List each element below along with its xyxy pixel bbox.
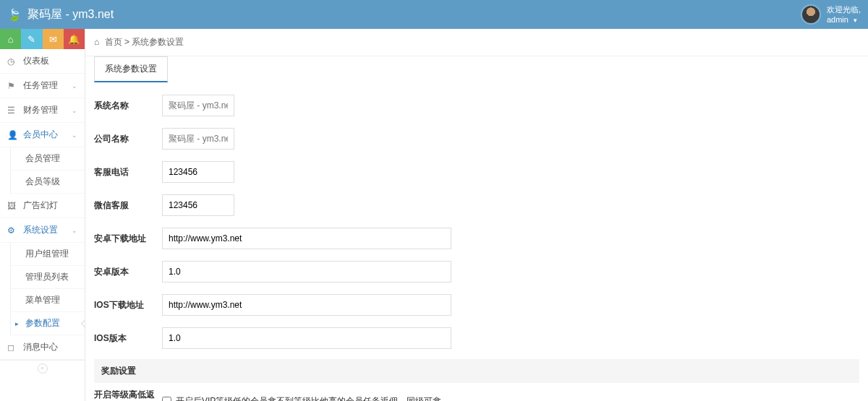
label-ios-version: IOS版本 bbox=[94, 332, 162, 345]
tabs: 系统参数设置 bbox=[85, 56, 868, 82]
input-sys-name[interactable] bbox=[162, 95, 234, 116]
input-service-phone[interactable] bbox=[162, 161, 234, 183]
sidebar-item-system[interactable]: ⚙ 系统设置 ⌄ bbox=[0, 218, 85, 243]
row-service-phone: 客服电话 bbox=[94, 155, 859, 189]
row-ios-url: IOS下载地址 bbox=[94, 288, 859, 322]
sidebar-sub-system: 用户组管理 管理员列表 菜单管理 参数配置 bbox=[0, 243, 85, 335]
breadcrumb-separator: > bbox=[124, 37, 132, 47]
label-sys-name: 系统名称 bbox=[94, 100, 162, 112]
input-ios-url[interactable] bbox=[162, 294, 451, 316]
breadcrumb-current: 系统参数设置 bbox=[132, 37, 184, 47]
sidebar-item-ads[interactable]: 🖼 广告幻灯 bbox=[0, 194, 85, 218]
app-title: 聚码屋 - ym3.net bbox=[27, 7, 114, 22]
sidebar-item-dashboard[interactable]: ◷ 仪表板 bbox=[0, 49, 85, 74]
label-wechat-service: 微信客服 bbox=[94, 199, 162, 212]
row-ios-version: IOS版本 bbox=[94, 322, 859, 355]
flag-icon: ⚑ bbox=[7, 81, 19, 91]
sidebar-item-label: 广告幻灯 bbox=[23, 199, 58, 212]
sidebar-item-members[interactable]: 👤 会员中心 ⌄ bbox=[0, 123, 85, 147]
sidebar: ⌂ ✎ ✉ 🔔 ◷ 仪表板 ⚑ 任务管理 ⌄ ☰ 财务管理 ⌄ 👤 会员中心 ⌄ bbox=[0, 29, 85, 401]
row-android-url: 安卓下载地址 bbox=[94, 222, 859, 255]
sidebar-item-label: 系统设置 bbox=[23, 224, 58, 236]
chevron-down-icon: ▾ bbox=[854, 17, 857, 24]
sidebar-sub-menus[interactable]: 菜单管理 bbox=[10, 289, 85, 312]
sidebar-item-label: 会员中心 bbox=[23, 129, 58, 141]
breadcrumb: ⌂ 首页 > 系统参数设置 bbox=[85, 29, 868, 56]
row-wechat-service: 微信客服 bbox=[94, 189, 859, 222]
sidebar-item-label: 任务管理 bbox=[23, 79, 58, 92]
section-reward: 奖励设置 bbox=[94, 359, 859, 383]
home-button[interactable]: ⌂ bbox=[0, 29, 21, 49]
sidebar-sub-members: 会员管理 会员等级 bbox=[0, 147, 85, 194]
sidebar-item-label: 财务管理 bbox=[23, 104, 58, 116]
user-menu[interactable]: 欢迎光临, admin ▾ bbox=[801, 4, 861, 25]
label-service-phone: 客服电话 bbox=[94, 166, 162, 178]
sidebar-sub-member-level[interactable]: 会员等级 bbox=[10, 171, 85, 194]
sidebar-item-tasks[interactable]: ⚑ 任务管理 ⌄ bbox=[0, 74, 85, 98]
label-android-url: 安卓下载地址 bbox=[94, 233, 162, 245]
sidebar-toolbar: ⌂ ✎ ✉ 🔔 bbox=[0, 29, 85, 49]
input-company-name[interactable] bbox=[162, 128, 234, 150]
input-ios-version[interactable] bbox=[162, 327, 451, 349]
sidebar-item-label: 管理员列表 bbox=[25, 271, 69, 283]
form: 系统名称 公司名称 客服电话 微信客服 安卓下载地址 bbox=[85, 82, 868, 401]
label-company-name: 公司名称 bbox=[94, 133, 162, 145]
sidebar-item-label: 菜单管理 bbox=[25, 294, 60, 306]
folder-button[interactable]: ✉ bbox=[43, 29, 64, 49]
input-android-version[interactable] bbox=[162, 261, 451, 283]
chevron-down-icon: ⌄ bbox=[72, 82, 77, 90]
sidebar-collapse[interactable]: « bbox=[0, 360, 85, 376]
header-title: 🍃 聚码屋 - ym3.net bbox=[7, 7, 114, 22]
cog-icon: ⚙ bbox=[7, 225, 19, 236]
row-sys-name: 系统名称 bbox=[94, 89, 859, 122]
chevron-down-icon: ⌄ bbox=[72, 131, 77, 139]
home-icon: ⌂ bbox=[94, 37, 99, 47]
input-wechat-service[interactable] bbox=[162, 194, 234, 216]
bookmark-icon: ◻ bbox=[7, 342, 19, 353]
dashboard-icon: ◷ bbox=[7, 56, 19, 66]
collapse-icon: « bbox=[38, 363, 48, 374]
sidebar-item-label: 消息中心 bbox=[23, 341, 58, 353]
input-android-url[interactable] bbox=[162, 228, 451, 249]
picture-icon: 🖼 bbox=[7, 201, 19, 211]
row-company-name: 公司名称 bbox=[94, 122, 859, 155]
list-icon: ☰ bbox=[7, 105, 19, 116]
sidebar-item-label: 仪表板 bbox=[23, 55, 49, 67]
welcome-text: 欢迎光临, bbox=[827, 4, 861, 14]
chevron-down-icon: ⌄ bbox=[72, 107, 77, 114]
label-android-version: 安卓版本 bbox=[94, 266, 162, 278]
tab-system-params[interactable]: 系统参数设置 bbox=[94, 56, 168, 82]
chevron-down-icon: ⌄ bbox=[72, 227, 77, 234]
header: 🍃 聚码屋 - ym3.net 欢迎光临, admin ▾ bbox=[0, 0, 868, 29]
sidebar-sub-adminlist[interactable]: 管理员列表 bbox=[10, 266, 85, 289]
bell-button[interactable]: 🔔 bbox=[64, 29, 85, 49]
checkbox-reward-rule[interactable] bbox=[162, 397, 171, 402]
row-android-version: 安卓版本 bbox=[94, 255, 859, 288]
sidebar-item-label: 用户组管理 bbox=[25, 248, 69, 260]
desc-reward-rule: 开启后VIP等级低的会员拿不到等级比他高的会员任务返佣。同级可拿。 bbox=[176, 395, 450, 402]
user-info: 欢迎光临, admin ▾ bbox=[827, 4, 861, 25]
leaf-icon: 🍃 bbox=[7, 8, 22, 22]
row-reward-rule: 开启等级高低返佣规则 开启后VIP等级低的会员拿不到等级比他高的会员任务返佣。同… bbox=[94, 383, 859, 401]
label-ios-url: IOS下载地址 bbox=[94, 299, 162, 311]
sidebar-item-messages[interactable]: ◻ 消息中心 bbox=[0, 335, 85, 360]
username: admin bbox=[827, 15, 848, 24]
sidebar-sub-member-manage[interactable]: 会员管理 bbox=[10, 147, 85, 171]
sidebar-item-label: 会员等级 bbox=[25, 176, 60, 188]
edit-button[interactable]: ✎ bbox=[21, 29, 42, 49]
sidebar-item-label: 参数配置 bbox=[25, 317, 60, 329]
sidebar-sub-usergroup[interactable]: 用户组管理 bbox=[10, 243, 85, 266]
breadcrumb-home[interactable]: 首页 bbox=[105, 37, 122, 47]
sidebar-item-label: 会员管理 bbox=[25, 152, 60, 165]
label-reward-rule: 开启等级高低返佣规则 bbox=[94, 389, 162, 401]
avatar bbox=[801, 4, 821, 25]
sidebar-item-finance[interactable]: ☰ 财务管理 ⌄ bbox=[0, 98, 85, 123]
sidebar-sub-params[interactable]: 参数配置 bbox=[10, 312, 85, 335]
users-icon: 👤 bbox=[7, 130, 19, 140]
content: ⌂ 首页 > 系统参数设置 系统参数设置 系统名称 公司名称 客服电话 bbox=[85, 29, 868, 401]
